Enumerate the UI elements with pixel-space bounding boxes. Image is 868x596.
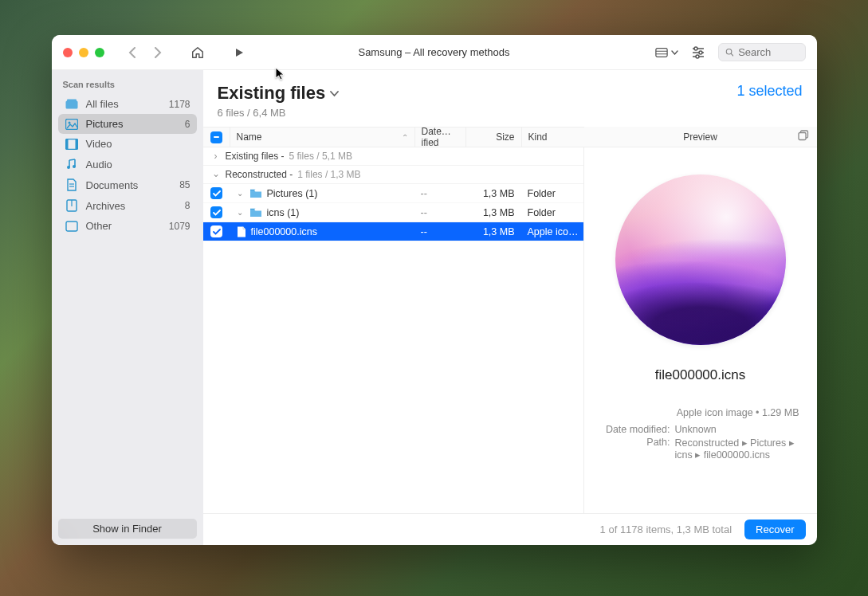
status-bar: 1 of 1178 items, 1,3 MB total Recover bbox=[203, 513, 817, 545]
preview-metadata: Date modified: Unknown Path: Reconstruct… bbox=[597, 423, 804, 461]
sidebar-item-all-files[interactable]: All files 1178 bbox=[58, 94, 197, 114]
search-icon bbox=[725, 47, 734, 57]
audio-icon bbox=[65, 158, 79, 171]
sidebar-item-pictures[interactable]: Pictures 6 bbox=[58, 114, 197, 134]
checkbox-icon[interactable] bbox=[210, 206, 222, 218]
sidebar-item-label: All files bbox=[86, 98, 162, 110]
zoom-window-button[interactable] bbox=[95, 48, 104, 57]
svg-rect-24 bbox=[66, 222, 77, 231]
svg-line-10 bbox=[731, 53, 733, 56]
file-name: icns (1) bbox=[267, 207, 300, 218]
content-header: Existing files 6 files / 6,4 MB 1 select… bbox=[203, 70, 817, 127]
file-kind: Folder bbox=[521, 203, 583, 222]
sidebar-item-count: 8 bbox=[185, 200, 190, 211]
svg-rect-17 bbox=[75, 139, 77, 149]
sidebar-item-label: Video bbox=[86, 138, 183, 150]
disclosure-down-icon[interactable]: ⌄ bbox=[237, 208, 245, 217]
file-area: › Existing files - 5 files / 5,1 MB ⌄ Re… bbox=[203, 147, 817, 513]
file-name: Pictures (1) bbox=[267, 188, 318, 199]
checkbox-icon[interactable] bbox=[210, 225, 222, 237]
search-box[interactable] bbox=[718, 43, 806, 61]
window-controls bbox=[63, 48, 104, 57]
file-name: file000000.icns bbox=[251, 226, 317, 237]
file-date: -- bbox=[414, 184, 465, 202]
folder-icon bbox=[249, 208, 262, 218]
column-header-date[interactable]: Date…ified bbox=[415, 127, 466, 147]
file-size: 1,3 MB bbox=[465, 203, 521, 222]
folder-icon bbox=[249, 189, 262, 198]
back-button[interactable] bbox=[124, 44, 141, 61]
sidebar-item-count: 1079 bbox=[169, 221, 190, 232]
view-mode-menu[interactable] bbox=[655, 47, 678, 58]
disclosure-down-icon[interactable]: ⌄ bbox=[237, 189, 245, 198]
table-row[interactable]: file000000.icns -- 1,3 MB Apple ico… bbox=[203, 222, 583, 241]
page-title: Existing files bbox=[218, 83, 326, 104]
sidebar-section-header: Scan results bbox=[52, 76, 203, 94]
meta-label-date: Date modified: bbox=[602, 424, 670, 435]
group-existing-files[interactable]: › Existing files - 5 files / 5,1 MB bbox=[203, 147, 583, 166]
svg-point-19 bbox=[73, 165, 76, 168]
group-reconstructed[interactable]: ⌄ Reconstructed - 1 files / 1,3 MB bbox=[203, 166, 583, 184]
table-header: Name⌃ Date…ified Size Kind bbox=[203, 127, 584, 147]
archives-icon bbox=[65, 199, 79, 212]
app-window: Samsung – All recovery methods S bbox=[52, 35, 817, 545]
show-in-finder-button[interactable]: Show in Finder bbox=[58, 519, 197, 539]
close-window-button[interactable] bbox=[63, 48, 73, 57]
copy-preview-icon[interactable] bbox=[798, 130, 809, 143]
filter-settings-button[interactable] bbox=[689, 44, 707, 61]
sidebar-item-audio[interactable]: Audio bbox=[58, 154, 197, 174]
svg-point-6 bbox=[699, 51, 702, 54]
file-date: -- bbox=[414, 203, 465, 222]
svg-rect-12 bbox=[67, 99, 77, 101]
file-kind: Apple ico… bbox=[521, 222, 583, 241]
chevron-down-icon bbox=[671, 50, 678, 55]
meta-value-path: Reconstructed ▸ Pictures ▸ icns ▸ file00… bbox=[675, 437, 799, 461]
svg-rect-16 bbox=[65, 139, 68, 149]
search-input[interactable] bbox=[738, 46, 798, 58]
file-kind: Folder bbox=[521, 184, 583, 202]
svg-rect-26 bbox=[799, 133, 806, 140]
minimize-window-button[interactable] bbox=[79, 48, 88, 57]
sidebar-item-count: 1178 bbox=[169, 99, 190, 110]
meta-label-path: Path: bbox=[602, 437, 670, 461]
status-summary: 1 of 1178 items, 1,3 MB total bbox=[600, 523, 732, 535]
column-header-size[interactable]: Size bbox=[466, 127, 522, 147]
table-row[interactable]: ⌄ Pictures (1) -- 1,3 MB Folder bbox=[203, 184, 583, 203]
content-area: Existing files 6 files / 6,4 MB 1 select… bbox=[203, 70, 817, 545]
table-row[interactable]: ⌄ icns (1) -- 1,3 MB Folder bbox=[203, 203, 583, 222]
sidebar-list: All files 1178 Pictures 6 Video Audio bbox=[52, 94, 203, 236]
home-button[interactable] bbox=[189, 44, 206, 61]
title-dropdown-icon[interactable] bbox=[330, 88, 339, 100]
svg-point-18 bbox=[67, 166, 70, 169]
preview-image bbox=[615, 174, 786, 345]
window-body: Scan results All files 1178 Pictures 6 V… bbox=[52, 70, 817, 545]
file-date: -- bbox=[414, 222, 465, 241]
video-icon bbox=[65, 139, 79, 150]
pictures-icon bbox=[65, 119, 79, 130]
sidebar-item-label: Audio bbox=[86, 159, 183, 171]
preview-header: Preview bbox=[584, 127, 817, 147]
column-header-name[interactable]: Name⌃ bbox=[230, 127, 415, 147]
forward-button[interactable] bbox=[149, 44, 167, 61]
preview-header-label: Preview bbox=[683, 131, 717, 143]
documents-icon bbox=[65, 178, 79, 191]
sidebar-item-label: Pictures bbox=[86, 118, 178, 130]
sidebar-item-documents[interactable]: Documents 85 bbox=[58, 174, 197, 195]
sidebar-item-video[interactable]: Video bbox=[58, 134, 197, 154]
file-list: › Existing files - 5 files / 5,1 MB ⌄ Re… bbox=[203, 147, 584, 513]
sidebar-item-archives[interactable]: Archives 8 bbox=[58, 195, 197, 216]
svg-point-8 bbox=[696, 55, 699, 58]
checkbox-header[interactable] bbox=[203, 127, 230, 147]
disclosure-down-icon: ⌄ bbox=[211, 168, 221, 179]
preview-kind-size: Apple icon image • 1.29 MB bbox=[597, 407, 804, 418]
column-header-kind[interactable]: Kind bbox=[522, 127, 584, 147]
selected-count-link[interactable]: 1 selected bbox=[736, 83, 802, 100]
toolbar: Samsung – All recovery methods bbox=[52, 35, 817, 70]
checkbox-icon[interactable] bbox=[210, 187, 222, 199]
disclosure-right-icon: › bbox=[211, 151, 221, 162]
toolbar-right bbox=[655, 43, 806, 61]
sidebar-item-other[interactable]: Other 1079 bbox=[58, 216, 197, 236]
play-scan-button[interactable] bbox=[230, 44, 248, 61]
file-size: 1,3 MB bbox=[465, 184, 521, 202]
recover-button[interactable]: Recover bbox=[744, 520, 805, 539]
